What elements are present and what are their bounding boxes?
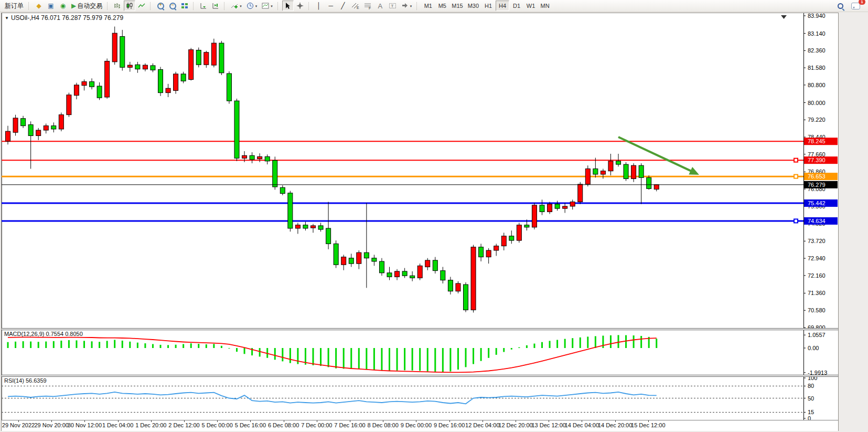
autotrading-button[interactable]: ▶ 自动交易 [69,1,104,11]
candle [372,255,377,266]
timeframe-m30[interactable]: M30 [466,1,481,11]
candle [326,202,331,249]
zoom-in-button[interactable]: + [155,1,166,11]
svg-text:70.580: 70.580 [808,307,826,313]
chart-shift-marker[interactable] [781,15,787,19]
candle [303,222,308,230]
timeframe-d1[interactable]: D1 [510,1,523,11]
timeframe-m1[interactable]: M1 [421,1,435,11]
toolbar: 新订单 ◆ ▣ ◉ ▶ 自动交易 + − [0,0,868,12]
auto-scroll-button[interactable] [198,1,209,11]
timeframe-mn[interactable]: MN [538,1,552,11]
vertical-line-icon: │ [317,3,321,9]
candle [417,264,422,280]
svg-text:80: 80 [808,383,814,389]
trendline-button[interactable]: ╱ [337,1,349,11]
macd-panel[interactable]: MACD(12,26,9) 0.7554 0.8050 1.05570.00-1… [2,330,838,375]
new-order-button[interactable]: 新订单 [3,1,26,11]
autotrading-label: 自动交易 [77,2,102,10]
svg-text:E: E [357,6,359,9]
periods-button[interactable]: ▾ [244,1,260,11]
svg-text:81.580: 81.580 [808,65,826,71]
templates-button[interactable]: ▾ [260,1,275,11]
fibonacci-icon: F [364,2,372,9]
horizontal-line-button[interactable]: ─ [325,1,337,11]
timeframe-h1[interactable]: H1 [481,1,495,11]
toolbar-grip[interactable] [416,2,419,10]
indicators-add-icon [231,2,238,9]
svg-text:77.390: 77.390 [808,157,826,163]
macd-axis[interactable]: 1.05570.00-1.9913 [803,330,827,375]
candle [410,271,415,281]
notification-badge: 1 [859,0,865,5]
toolbar-grip[interactable] [277,2,280,10]
candle [585,165,590,186]
time-label: 13 Dec 12:00 [531,422,565,428]
candle [105,58,110,98]
rsi-svg[interactable]: 1008050150 [2,377,838,420]
text-button[interactable]: A [374,1,386,11]
time-label: 8 Dec 08:00 [368,422,399,428]
bar-chart-button[interactable] [112,1,123,11]
toolbar-grip[interactable] [28,2,30,10]
time-label: 6 Dec 08:00 [268,422,299,428]
toolbar-grip[interactable] [193,2,195,10]
rsi-axis[interactable]: 1008050150 [803,377,817,420]
new-order-icon-button[interactable]: ◆ [33,1,45,11]
candle [219,41,224,75]
toolbar-grip[interactable] [150,2,152,10]
time-label: 9 Dec 16:00 [434,422,465,428]
shapes-button[interactable]: ▾ [399,1,414,11]
candle [448,277,453,294]
candle [189,48,194,80]
text-label-button[interactable]: T [387,1,399,11]
svg-text:76.279: 76.279 [808,182,826,188]
signals-button[interactable]: ◉ [57,1,69,11]
timeframe-m5[interactable]: M5 [435,1,449,11]
chart-title-expander-icon[interactable]: ▼ [5,16,9,20]
terminal-button[interactable]: ▣ [45,1,57,11]
candle [21,116,26,128]
svg-text:76.653: 76.653 [808,173,826,180]
timeframe-m15[interactable]: M15 [449,1,465,11]
indicators-button[interactable]: ▾ [229,1,244,11]
tile-windows-button[interactable] [179,1,190,11]
time-label: 7 Dec 16:00 [334,422,365,428]
fibonacci-button[interactable]: F [362,1,374,11]
svg-text:69.800: 69.800 [808,324,826,328]
candle [647,175,651,189]
horizontal-line[interactable] [2,175,803,178]
dropdown-icon: ▾ [410,4,412,8]
toolbar-grip[interactable] [107,2,109,10]
chart-shift-button[interactable] [210,1,221,11]
line-chart-button[interactable] [136,1,147,11]
search-button[interactable] [834,1,846,11]
timeframe-w1[interactable]: W1 [524,1,538,11]
annotation-arrow[interactable] [618,137,699,175]
zoom-out-button[interactable]: − [167,1,178,11]
toolbar-grip[interactable] [224,2,226,10]
candle [135,62,140,73]
price-axis[interactable]: 83.94083.14082.36081.58080.80080.00079.2… [803,13,826,328]
timeframe-h4[interactable]: H4 [496,1,509,11]
main-chart-panel[interactable]: ▼USOil-,H4 76.071 76.287 75.979 76.279 8… [2,13,838,328]
svg-text:80.800: 80.800 [808,82,826,88]
horizontal-line[interactable] [2,219,803,223]
notifications-button[interactable]: 1 [849,1,862,11]
vertical-line-button[interactable]: │ [313,1,325,11]
cursor-button[interactable] [282,1,294,11]
svg-text:1.0557: 1.0557 [808,332,826,338]
candle [181,72,186,83]
main-chart-svg[interactable]: 83.94083.14082.36081.58080.80080.00079.2… [2,13,838,328]
crosshair-button[interactable] [294,1,306,11]
text-icon: A [378,3,382,9]
time-axis[interactable]: 29 Nov 202229 Nov 20:0030 Nov 12:001 Dec… [2,420,838,431]
candle [494,244,499,256]
candle [654,185,659,192]
macd-svg[interactable]: 1.05570.00-1.9913 [2,330,838,375]
toolbar-grip[interactable] [308,2,310,10]
equidistant-channel-button[interactable]: E [349,1,361,11]
candlestick-chart-button[interactable] [124,1,135,11]
horizontal-line[interactable] [2,159,803,162]
rsi-panel[interactable]: RSI(14) 56.6359 1008050150 [2,377,838,420]
